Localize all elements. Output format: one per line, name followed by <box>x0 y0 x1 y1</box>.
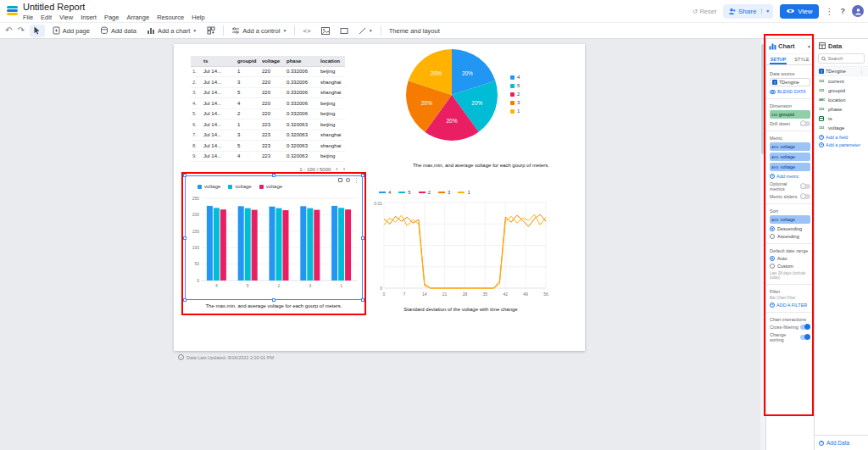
table-row[interactable]: 2.Jul 14...32200.332006shanghai <box>191 77 345 88</box>
field-phase[interactable]: 123phase <box>815 104 868 114</box>
search-input[interactable] <box>828 56 861 61</box>
pie-legend-item[interactable]: 5 <box>510 83 520 88</box>
pie-legend-item[interactable]: 1 <box>510 108 520 114</box>
menu-view[interactable]: View <box>59 14 73 21</box>
undo-icon[interactable]: ↶ <box>5 26 12 35</box>
chart-edit-icon[interactable] <box>338 178 342 182</box>
bar-group2-series1[interactable] <box>276 208 282 281</box>
bar-legend-item[interactable]: voltage <box>198 184 220 189</box>
field-groupid[interactable]: 123groupid <box>815 86 868 95</box>
resize-handle[interactable] <box>361 174 364 177</box>
table-row[interactable]: 5.Jul 14...22200.332006beijing <box>191 109 345 120</box>
scrollbar-thumb[interactable] <box>761 44 765 154</box>
shape-tool[interactable] <box>337 24 351 37</box>
bar-legend-item[interactable]: voltage <box>259 184 282 189</box>
table-row[interactable]: 6.Jul 14...12230.320063beijing <box>191 119 345 131</box>
drill-down-toggle[interactable] <box>800 121 810 126</box>
data-source-chip[interactable]: T TDengine <box>770 78 810 86</box>
pie-chart[interactable]: 20%20%20%20%20% 45231 The max,min, and a… <box>381 46 581 208</box>
theme-layout-button[interactable]: Theme and layout <box>387 24 442 37</box>
report-title[interactable]: Untitled Report <box>23 2 85 12</box>
user-avatar[interactable] <box>852 5 864 17</box>
line-legend-item[interactable]: 1 <box>458 190 470 195</box>
table-row[interactable]: 8.Jul 14...52230.320063shanghai <box>191 141 345 152</box>
date-range-option-custom[interactable]: Custom <box>770 264 810 269</box>
menu-help[interactable]: Help <box>192 14 204 21</box>
menu-page[interactable]: Page <box>104 14 120 21</box>
field-search[interactable] <box>818 53 865 64</box>
table-header-phase[interactable]: phase <box>285 58 319 64</box>
chevron-icon[interactable]: ⋮ <box>860 69 864 74</box>
add-page-button[interactable]: Add page <box>50 24 92 37</box>
add-parameter-button[interactable]: + Add a parameter <box>815 140 868 147</box>
bar-group1-series0[interactable] <box>331 206 337 281</box>
data-studio-logo-icon[interactable] <box>6 4 19 17</box>
radio-selected[interactable] <box>770 226 775 231</box>
bar-group5-series1[interactable] <box>245 208 251 281</box>
line-tool[interactable]: ▼ <box>356 24 376 37</box>
table-row[interactable]: 1.Jul 14...12200.332006beijing <box>191 67 345 78</box>
add-filter-button[interactable]: + ADD A FILTER <box>770 303 810 308</box>
toggle[interactable] <box>800 325 810 330</box>
field-voltage[interactable]: 123voltage <box>815 123 868 132</box>
dimension-chip[interactable]: 123 groupid <box>770 110 810 119</box>
line-chart[interactable]: 45231 07142128354249560.010 Standard dev… <box>370 190 551 317</box>
resize-handle[interactable] <box>183 174 186 177</box>
chart-pin-icon[interactable] <box>346 178 350 182</box>
line-legend-item[interactable]: 2 <box>419 190 431 195</box>
table-row[interactable]: 4.Jul 14...42200.332006beijing <box>191 98 345 109</box>
community-visualizations-button[interactable] <box>204 24 218 37</box>
blend-data-button[interactable]: BLEND DATA <box>770 89 810 94</box>
add-metric-button[interactable]: + Add metric <box>770 174 810 179</box>
prev-page-icon[interactable]: ‹ <box>336 166 337 172</box>
pie-legend-item[interactable]: 2 <box>510 92 520 97</box>
chart-more-icon[interactable]: ⋮ <box>353 178 359 182</box>
resize-handle[interactable] <box>361 298 364 302</box>
pie-legend-item[interactable]: 4 <box>510 75 520 80</box>
more-options-icon[interactable]: ⋮ <box>826 7 834 16</box>
toggle[interactable] <box>800 335 810 340</box>
table-row[interactable]: 3.Jul 14...52200.332006shanghai <box>191 88 345 99</box>
optional-metrics-toggle[interactable] <box>800 184 810 189</box>
field-ts[interactable]: ts <box>815 114 868 123</box>
add-control-button[interactable]: Add a control ▼ <box>229 24 289 37</box>
resize-handle[interactable] <box>361 236 364 240</box>
menu-resource[interactable]: Resource <box>157 14 184 21</box>
table-header-ts[interactable]: ts <box>202 58 236 64</box>
image-button[interactable] <box>319 24 332 37</box>
metric-chip-2[interactable]: AVGvoltage <box>770 163 810 171</box>
redo-icon[interactable]: ↷ <box>17 26 24 35</box>
tab-setup[interactable]: SETUP <box>766 54 790 64</box>
bar-group4-series1[interactable] <box>214 208 220 281</box>
resize-handle[interactable] <box>272 298 275 302</box>
resize-handle[interactable] <box>272 174 275 177</box>
field-location[interactable]: ABClocation <box>815 95 868 104</box>
menu-arrange[interactable]: Arrange <box>126 14 149 21</box>
metric-chip-0[interactable]: AVGvoltage <box>770 142 810 151</box>
date-range-option-auto[interactable]: Auto <box>770 256 810 261</box>
bar-group2-series2[interactable] <box>283 210 289 281</box>
radio-unselected[interactable] <box>770 264 775 269</box>
line-legend-item[interactable]: 3 <box>438 190 450 195</box>
line-legend-item[interactable]: 5 <box>398 190 410 195</box>
report-page[interactable]: tsgroupidvoltagephaselocation1.Jul 14...… <box>174 44 585 351</box>
bar-group5-series0[interactable] <box>238 206 244 281</box>
pie-legend-item[interactable]: 3 <box>510 100 520 105</box>
radio-selected[interactable] <box>770 256 775 261</box>
next-page-icon[interactable]: › <box>343 166 345 172</box>
bar-group4-series2[interactable] <box>220 209 226 281</box>
share-button[interactable]: Share ▼ <box>723 4 773 19</box>
select-tool[interactable] <box>30 25 45 37</box>
view-button[interactable]: View <box>780 4 818 19</box>
bar-group2-series0[interactable] <box>270 207 275 281</box>
bar-group3-series2[interactable] <box>314 210 320 281</box>
chart-panel-header[interactable]: Chart ▼ <box>766 39 814 54</box>
data-table[interactable]: tsgroupidvoltagephaselocation1.Jul 14...… <box>191 56 345 162</box>
line-legend-item[interactable]: 4 <box>379 190 391 195</box>
table-header-location[interactable]: location <box>319 58 345 64</box>
add-data-button[interactable]: Add data <box>97 24 139 37</box>
menu-file[interactable]: File <box>23 14 33 21</box>
bar-group1-series1[interactable] <box>338 208 344 281</box>
bar-legend-item[interactable]: voltage <box>228 184 251 189</box>
tab-style[interactable]: STYLE <box>790 54 814 64</box>
